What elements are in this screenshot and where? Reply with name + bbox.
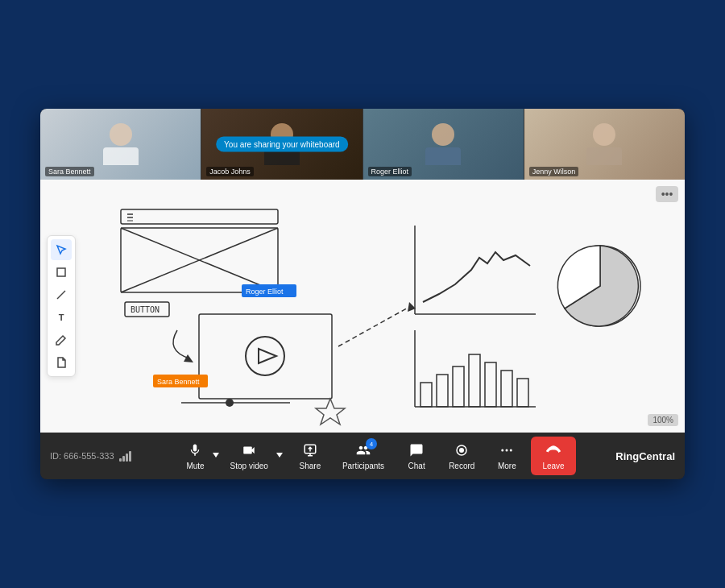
chat-button[interactable]: Chat [396,438,437,474]
meeting-id-area: ID: 666-555-333 [50,450,163,462]
mic-icon [186,441,204,459]
share-button[interactable]: Share [289,438,331,474]
mute-group: Mute [181,438,222,474]
whiteboard-area[interactable]: ••• 100% T [40,180,685,433]
svg-rect-2 [121,209,278,224]
meeting-id-text: ID: 666-555-333 [50,451,114,461]
participant-tile-jenny: Jenny Wilson [524,109,685,180]
bottom-toolbar: ID: 666-555-333 Mute [40,433,685,479]
svg-point-38 [459,448,464,453]
participant-name-sara: Sara Bennett [45,167,94,176]
toolbar-center: Mute Stop video [163,437,594,475]
sharing-banner: You are sharing your whiteboard [216,137,348,152]
mute-label: Mute [186,462,204,470]
svg-rect-0 [57,268,65,276]
stop-video-group: Stop video [226,438,286,474]
svg-text:Sara Bennett: Sara Bennett [157,378,200,386]
video-icon [240,441,258,459]
svg-rect-31 [469,354,480,407]
participant-tile-sara: Sara Bennett [40,109,201,180]
mute-button[interactable]: Mute [181,438,209,474]
svg-point-39 [502,449,504,452]
rectangle-tool-button[interactable] [51,262,72,283]
svg-rect-28 [420,383,432,407]
file-tool-button[interactable] [51,352,72,373]
record-icon [453,441,470,459]
more-button[interactable]: More [486,438,528,474]
line-tool-button[interactable] [51,284,72,305]
svg-text:Roger Elliot: Roger Elliot [246,288,284,296]
svg-point-40 [506,449,508,452]
chat-label: Chat [408,462,425,470]
stop-video-button[interactable]: Stop video [226,438,273,474]
participants-icon: 4 [354,441,372,459]
participant-count-badge: 4 [366,438,377,449]
svg-rect-23 [415,226,532,314]
record-label: Record [449,462,474,470]
participant-name-jenny: Jenny Wilson [529,167,579,176]
brand-name: RingCentral [594,450,675,462]
svg-rect-33 [501,371,512,407]
share-label: Share [300,462,321,470]
svg-marker-18 [184,354,193,362]
leave-button[interactable]: Leave [531,437,575,475]
participant-name-jacob: Jacob Johns [206,167,254,176]
drawing-toolbar: T [47,235,76,377]
participant-name-roger: Roger Elliot [368,167,412,176]
svg-marker-15 [259,349,276,363]
svg-line-1 [57,291,65,299]
participant-strip: Sara Bennett You are sharing your whiteb… [40,109,685,180]
pen-tool-button[interactable] [51,329,72,350]
svg-rect-30 [453,366,464,407]
svg-point-41 [510,449,512,452]
signal-icon [119,450,131,462]
leave-label: Leave [542,462,564,470]
svg-point-14 [246,337,284,375]
participants-button[interactable]: 4 Participants [334,438,392,474]
stop-video-label: Stop video [230,462,268,470]
phone-end-icon [545,441,562,459]
video-arrow-button[interactable] [273,449,286,462]
select-tool-button[interactable] [51,239,72,260]
text-tool-button[interactable]: T [51,307,72,328]
svg-rect-29 [437,375,448,407]
svg-line-21 [338,306,411,346]
svg-rect-34 [517,379,528,407]
svg-rect-32 [485,362,496,407]
more-icon [498,441,516,459]
participant-tile-roger: Roger Elliot [363,109,524,180]
svg-point-17 [226,399,234,407]
chat-icon [408,441,425,459]
participants-label: Participants [342,462,384,470]
record-button[interactable]: Record [441,438,483,474]
svg-rect-13 [199,314,332,399]
mute-arrow-button[interactable] [209,449,222,462]
share-icon [301,441,319,459]
whiteboard-drawing: BUTTON Roger Elliot Sara Bennett [40,180,685,433]
svg-text:BUTTON: BUTTON [130,305,160,314]
meeting-window: Sara Bennett You are sharing your whiteb… [40,109,685,479]
participant-tile-jacob: You are sharing your whiteboard Jacob Jo… [201,109,362,180]
more-label: More [498,462,516,470]
